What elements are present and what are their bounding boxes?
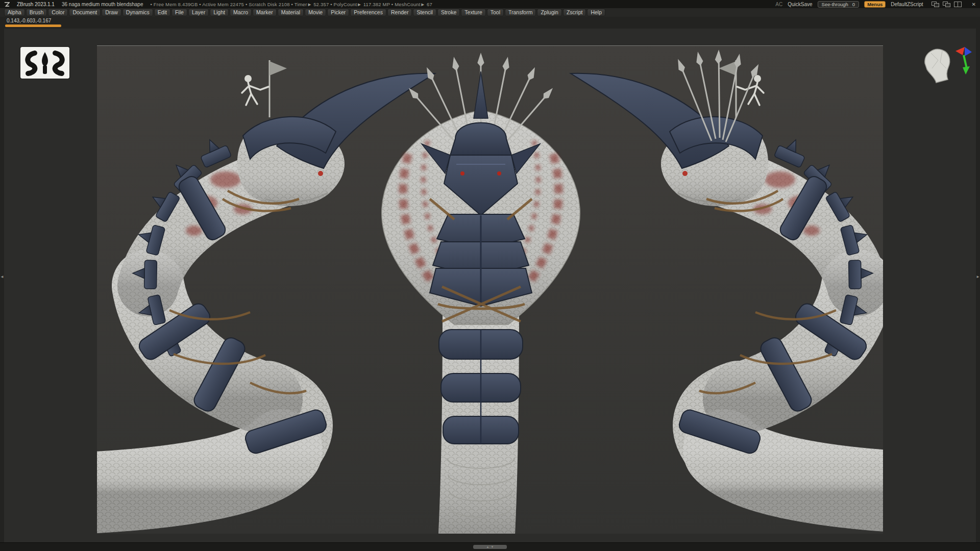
y-axis-arrow	[963, 66, 970, 74]
naga-side-view-left	[97, 60, 435, 493]
menu-item-render[interactable]: Render	[387, 9, 412, 16]
menu-item-zscript[interactable]: Zscript	[563, 9, 586, 16]
menu-item-texture[interactable]: Texture	[461, 9, 485, 16]
cursor-coordinates: 0.143,-0.603,-0.167	[7, 18, 51, 23]
menu-item-preferences[interactable]: Preferences	[350, 9, 386, 16]
window-layout-icon[interactable]	[943, 2, 950, 7]
alpha-thumbnail[interactable]	[20, 47, 69, 79]
sculpt-canvas[interactable]	[97, 45, 883, 534]
menu-item-document[interactable]: Document	[69, 9, 101, 16]
default-zscript-button[interactable]: DefaultZScript	[891, 2, 923, 7]
see-through-value: 0	[852, 2, 855, 7]
menu-item-help[interactable]: Help	[587, 9, 605, 16]
scroll-down-icon: ▼	[491, 545, 494, 549]
title-bar: ZBrush 2023.1.1 36 naga medium mouth ble…	[0, 0, 980, 8]
bottom-scrollbar[interactable]: ▲ ▼	[0, 542, 980, 551]
canvas-scroll-left-arrow[interactable]: ◄	[0, 274, 4, 280]
menu-item-draw[interactable]: Draw	[102, 9, 121, 16]
menu-item-edit[interactable]: Edit	[154, 9, 170, 16]
ac-indicator: AC	[775, 2, 782, 7]
memory-stats: • Free Mem 8.439GB • Active Mem 22475 • …	[151, 2, 433, 7]
naga-front-view	[382, 55, 580, 534]
naga-sculpt-render	[97, 46, 883, 534]
quicksave-button[interactable]: QuickSave	[788, 2, 812, 7]
accent-progress-bar	[5, 24, 61, 27]
naga-silhouette-icon	[20, 47, 69, 79]
menu-item-zplugin[interactable]: Zplugin	[537, 9, 561, 16]
canvas-scroll-right-arrow[interactable]: ►	[976, 274, 980, 280]
menu-item-layer[interactable]: Layer	[188, 9, 209, 16]
z-axis-arrow	[965, 47, 972, 56]
workspace	[4, 29, 976, 543]
menu-item-stencil[interactable]: Stencil	[413, 9, 436, 16]
menu-item-alpha[interactable]: Alpha	[4, 9, 25, 16]
see-through-label: See-through	[822, 2, 848, 7]
preview-head-model	[925, 49, 950, 83]
menu-item-dynamics[interactable]: Dynamics	[122, 9, 153, 16]
menu-item-tool[interactable]: Tool	[487, 9, 504, 16]
menu-item-transform[interactable]: Transform	[505, 9, 536, 16]
document-title: 36 naga medium mouth blendshape	[62, 2, 143, 7]
axis-gizmo	[955, 47, 972, 74]
menu-item-macro[interactable]: Macro	[230, 9, 252, 16]
see-through-slider[interactable]: See-through 0	[818, 1, 860, 8]
menu-item-picker[interactable]: Picker	[327, 9, 349, 16]
bottom-scrollbar-handle[interactable]: ▲ ▼	[473, 545, 507, 549]
naga-side-view-right	[571, 52, 883, 493]
menu-item-file[interactable]: File	[172, 9, 187, 16]
scroll-up-icon: ▲	[486, 545, 489, 549]
y-axis-shaft	[964, 55, 967, 68]
menu-item-brush[interactable]: Brush	[26, 9, 47, 16]
x-axis-arrow	[955, 47, 965, 55]
menu-item-color[interactable]: Color	[48, 9, 68, 16]
menu-item-material[interactable]: Material	[278, 9, 304, 16]
menu-bar: Alpha Brush Color Document Draw Dynamics…	[0, 8, 980, 17]
window-layout-icon[interactable]	[932, 2, 939, 7]
camera-orientation-gizmo[interactable]	[916, 43, 973, 94]
menu-item-movie[interactable]: Movie	[305, 9, 326, 16]
zbrush-logo-icon	[4, 2, 10, 7]
window-layout-icon[interactable]	[954, 2, 962, 7]
app-title: ZBrush 2023.1.1	[17, 2, 55, 7]
menus-toggle-button[interactable]: Menus	[864, 1, 886, 8]
menu-item-stroke[interactable]: Stroke	[437, 9, 460, 16]
close-icon[interactable]: ✕	[972, 2, 976, 7]
menu-item-marker[interactable]: Marker	[253, 9, 277, 16]
menu-item-light[interactable]: Light	[210, 9, 229, 16]
